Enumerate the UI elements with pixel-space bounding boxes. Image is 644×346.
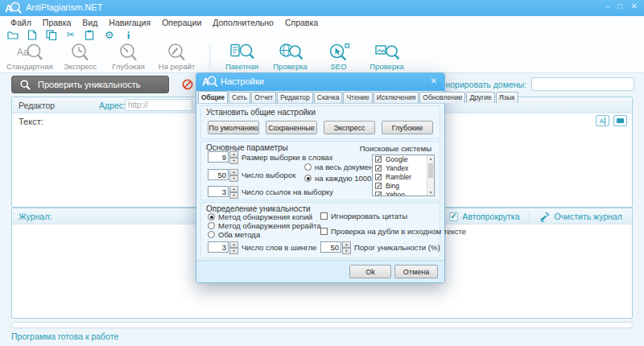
screen-view-icon[interactable]	[613, 115, 627, 126]
engine-google[interactable]: Google	[373, 155, 434, 164]
ignore-domains-input[interactable]	[531, 77, 634, 91]
scope-per-1000-radio[interactable]	[304, 175, 312, 182]
menu-file[interactable]: Файл	[5, 18, 37, 27]
tab-update[interactable]: Обновление	[419, 92, 465, 103]
engines-scrollbar[interactable]: ▲▼	[427, 155, 434, 196]
search-engines-list[interactable]: Google Yandex Rambler Bing	[372, 154, 435, 196]
toolbar-divider	[209, 44, 210, 69]
check-uniqueness-button[interactable]: Проверить уникальность	[11, 76, 169, 93]
engine-yahoo[interactable]: Yahoo	[373, 191, 434, 196]
standard-check-icon: Aa	[17, 43, 43, 62]
tab-download[interactable]: Скачка	[314, 92, 343, 103]
engine-rambler[interactable]: Rambler	[373, 173, 434, 182]
scope-whole-doc-radio[interactable]	[304, 163, 312, 171]
ignore-domains-label: Игнорировать домены:	[436, 80, 526, 89]
method-both-radio[interactable]	[208, 231, 215, 238]
open-folder-icon[interactable]	[6, 29, 19, 40]
method-copies-label: Метод обнаружения копий	[218, 212, 312, 221]
links-per-sample-spinner[interactable]: 3 ▲▼	[208, 186, 238, 197]
autoscroll-checkbox[interactable]	[449, 212, 458, 221]
new-document-icon[interactable]	[26, 29, 38, 40]
engine-bing-checkbox[interactable]	[375, 183, 382, 189]
tab-reading[interactable]: Чтение	[343, 92, 372, 103]
search-engines-title: Поисковые системы	[360, 144, 431, 153]
method-rewrite-radio[interactable]	[208, 222, 215, 229]
status-text: Программа готова к работе	[11, 332, 118, 341]
mode-deep-button[interactable]: Глубокая	[108, 43, 150, 72]
engine-yahoo-checkbox[interactable]	[375, 192, 382, 196]
clear-journal-button[interactable]: Очистить журнал	[529, 211, 632, 222]
dialog-close-button[interactable]: ✕	[431, 76, 437, 85]
preset-deep-button[interactable]: Глубокие	[382, 121, 433, 134]
spin-down-icon[interactable]: ▼	[229, 248, 238, 254]
mode-standard-button[interactable]: Aa Стандартная	[6, 43, 53, 72]
dialog-tabs: Общие Сеть Отчет Редактор Скачка Чтение …	[196, 91, 444, 104]
tab-general[interactable]: Общие	[198, 91, 228, 103]
shingle-spinner[interactable]: 3 ▲▼	[208, 241, 238, 253]
tab-editor[interactable]: Редактор	[277, 92, 313, 103]
spin-down-icon[interactable]: ▼	[342, 248, 351, 254]
tab-other[interactable]: Другие	[466, 92, 494, 103]
spin-down-icon[interactable]: ▼	[229, 158, 238, 164]
window-controls: – □ ✕	[605, 2, 638, 10]
tab-exclusions[interactable]: Исключения	[374, 92, 419, 103]
settings-gear-icon[interactable]: ⚙	[103, 29, 115, 40]
method-rewrite-label: Метод обнаружения рерайта	[218, 221, 321, 230]
deep-check-icon	[118, 43, 139, 62]
tab-report[interactable]: Отчет	[251, 92, 276, 103]
main-toolbar: Aa Стандартная Экспресс	[0, 41, 644, 73]
tab-language[interactable]: Язык	[496, 92, 518, 103]
engine-yandex[interactable]: Yandex	[373, 164, 434, 173]
engine-yandex-checkbox[interactable]	[375, 165, 382, 171]
uniqueness-section: Определение уникальности Метод обнаружен…	[200, 202, 440, 258]
preset-default-button[interactable]: По умолчанию	[208, 121, 259, 134]
dialog-title: Настройки	[221, 76, 264, 86]
info-icon[interactable]: i	[122, 29, 134, 40]
ok-button[interactable]: Ok	[349, 265, 391, 278]
mode-rewrite-button[interactable]: На рерайт	[156, 43, 198, 72]
dialog-titlebar: A Настройки ✕	[196, 73, 444, 91]
engine-google-checkbox[interactable]	[375, 156, 382, 163]
maximize-button[interactable]: □	[618, 2, 623, 10]
preset-saved-button[interactable]: Сохраненные	[266, 121, 317, 134]
check-duplicates-checkbox[interactable]	[320, 228, 328, 235]
spin-up-icon[interactable]: ▲	[229, 169, 238, 175]
stop-icon[interactable]	[182, 79, 193, 90]
minimize-button[interactable]: –	[605, 2, 610, 10]
application-window: A AntiPlagiarism.NET – □ ✕ Файл Правка В…	[0, 0, 644, 346]
spin-up-icon[interactable]: ▲	[229, 186, 238, 192]
spin-up-icon[interactable]: ▲	[342, 241, 351, 248]
spin-down-icon[interactable]: ▼	[229, 175, 238, 182]
menu-additional[interactable]: Дополнительно	[207, 18, 279, 27]
autoscroll-toggle[interactable]: Автопрокрутка	[439, 211, 529, 222]
engine-bing[interactable]: Bing	[373, 182, 434, 191]
menu-edit[interactable]: Правка	[37, 18, 76, 27]
mode-express-button[interactable]: Экспресс	[60, 43, 101, 72]
text-cursor-icon[interactable]: A	[596, 115, 609, 126]
close-button[interactable]: ✕	[631, 2, 638, 10]
copy-icon[interactable]	[45, 29, 57, 40]
sample-size-spinner[interactable]: 9 ▲▼	[208, 151, 238, 163]
ignore-quotes-checkbox[interactable]	[320, 212, 328, 220]
sample-count-spinner[interactable]: 50 ▲▼	[208, 169, 238, 180]
cut-icon[interactable]: ✂	[64, 29, 76, 40]
spin-up-icon[interactable]: ▲	[229, 241, 238, 248]
cancel-button[interactable]: Отмена	[394, 265, 438, 278]
paste-icon[interactable]	[84, 29, 96, 40]
menu-navigation[interactable]: Навигация	[103, 18, 156, 27]
method-copies-radio[interactable]	[208, 213, 215, 220]
menu-operations[interactable]: Операции	[156, 18, 207, 27]
preset-express-button[interactable]: Экспресс	[324, 121, 375, 134]
text-label: Текст:	[19, 117, 43, 126]
shingle-label: Число слов в шингле	[242, 243, 316, 252]
spin-up-icon[interactable]: ▲	[229, 151, 238, 158]
menu-view[interactable]: Вид	[76, 18, 103, 27]
spin-down-icon[interactable]: ▼	[229, 192, 238, 199]
engine-rambler-checkbox[interactable]	[375, 174, 382, 180]
tab-network[interactable]: Сеть	[229, 92, 250, 103]
seo-check-icon	[328, 43, 350, 62]
menu-help[interactable]: Справка	[279, 18, 324, 27]
address-input[interactable]	[125, 99, 192, 111]
window-title: AntiPlagiarism.NET	[26, 2, 102, 12]
threshold-spinner[interactable]: 50 ▲▼	[320, 241, 351, 253]
